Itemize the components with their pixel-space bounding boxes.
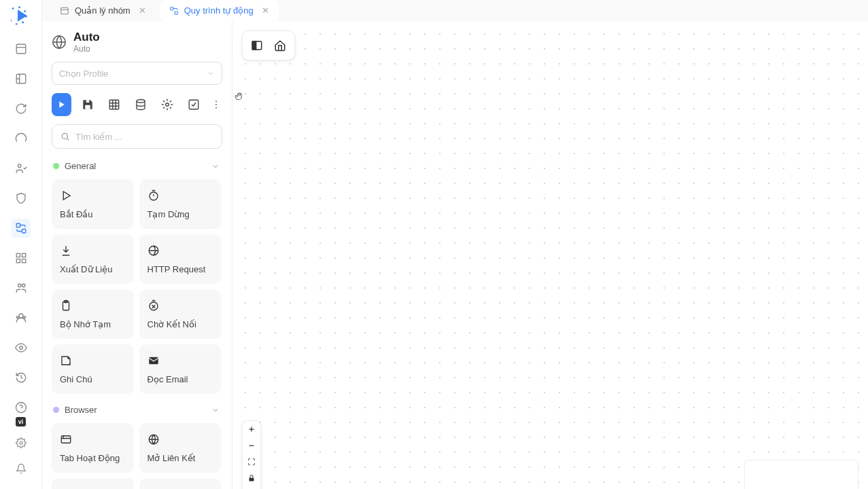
nav-item-sync[interactable] — [12, 99, 31, 118]
timer-x-icon — [147, 299, 161, 312]
clipboard-icon — [60, 299, 73, 312]
table-button[interactable] — [105, 93, 124, 116]
block-active-tab[interactable]: Tab Hoạt Động — [52, 423, 134, 473]
block-go-back[interactable]: Quay Lại — [139, 478, 222, 489]
toggle-panel-button[interactable] — [247, 35, 267, 56]
run-button[interactable] — [52, 93, 71, 116]
settings-icon[interactable] — [12, 433, 31, 452]
tab-automation[interactable]: Quy trình tự động ✕ — [160, 0, 279, 21]
block-label: Tab Hoạt Động — [60, 453, 126, 463]
nav-item-workspace[interactable] — [12, 39, 31, 58]
nav-rail: vi — [0, 0, 42, 489]
nav-item-help[interactable] — [12, 398, 31, 417]
search-box[interactable] — [52, 124, 222, 149]
svg-point-25 — [166, 103, 169, 107]
svg-point-3 — [18, 164, 21, 168]
minimap[interactable] — [744, 460, 858, 489]
fit-view-button[interactable] — [243, 454, 260, 470]
close-icon[interactable]: ✕ — [139, 5, 146, 16]
tab-label: Quy trình tự động — [184, 5, 254, 16]
nav-item-team[interactable] — [12, 159, 31, 178]
menu-icon[interactable] — [12, 485, 31, 489]
nav-item-members[interactable] — [12, 308, 31, 327]
block-export[interactable]: Xuất Dữ Liệu — [52, 234, 134, 284]
block-start[interactable]: Bắt Đầu — [52, 179, 134, 229]
panel-subtitle: Auto — [73, 44, 100, 54]
svg-point-10 — [18, 284, 21, 287]
block-label: HTTP Request — [147, 264, 213, 274]
category-header[interactable]: General — [52, 158, 221, 174]
svg-point-14 — [23, 316, 25, 319]
block-pause[interactable]: Tạm Dừng — [139, 179, 222, 229]
canvas-topbar — [242, 31, 295, 60]
settings-button[interactable] — [158, 93, 177, 116]
database-button[interactable] — [131, 93, 151, 116]
chevron-down-icon — [211, 406, 220, 414]
flow-canvas[interactable]: React Flow — [232, 21, 868, 489]
globe-icon — [147, 244, 161, 257]
svg-rect-5 — [22, 230, 25, 233]
block-email[interactable]: Đọc Email — [139, 344, 222, 394]
nav-item-history[interactable] — [12, 368, 31, 387]
nav-item-extension[interactable] — [12, 129, 31, 148]
block-label: Ghi Chú — [60, 374, 126, 384]
svg-rect-21 — [175, 12, 177, 14]
app-logo[interactable] — [9, 5, 33, 26]
category-dot — [53, 407, 59, 413]
category-header[interactable]: Browser — [52, 402, 221, 418]
download-icon — [60, 244, 73, 257]
close-icon[interactable]: ✕ — [262, 5, 269, 16]
search-input[interactable] — [75, 132, 213, 142]
lock-button[interactable] — [243, 470, 260, 486]
language-badge[interactable]: vi — [16, 417, 27, 427]
export-button[interactable] — [184, 93, 204, 116]
svg-rect-20 — [170, 7, 173, 10]
notification-icon[interactable] — [12, 459, 31, 478]
block-label: Tạm Dừng — [147, 209, 213, 219]
category-label: Browser — [65, 405, 97, 415]
nav-item-automation[interactable] — [12, 219, 31, 238]
block-label: Bộ Nhớ Tạm — [60, 319, 126, 329]
block-clipboard[interactable]: Bộ Nhớ Tạm — [52, 289, 134, 339]
tab-groups[interactable]: Quản lý nhóm ✕ — [50, 0, 156, 21]
nav-item-view[interactable] — [12, 338, 31, 357]
block-open-link[interactable]: Mở Liên Kết — [139, 423, 222, 473]
more-button[interactable] — [211, 99, 222, 110]
note-icon — [60, 354, 73, 367]
nav-item-apps[interactable] — [12, 249, 31, 268]
block-label: Bắt Đầu — [60, 209, 126, 219]
canvas-controls — [242, 420, 261, 489]
grab-cursor-icon — [234, 91, 245, 102]
nav-item-security[interactable] — [12, 189, 31, 208]
svg-rect-4 — [16, 223, 20, 227]
block-http[interactable]: HTTP Request — [139, 234, 222, 284]
svg-rect-26 — [190, 100, 199, 109]
profile-select[interactable]: Chọn Profile — [52, 62, 222, 85]
home-button[interactable] — [270, 35, 290, 56]
globe-icon — [52, 35, 67, 50]
block-note[interactable]: Ghi Chú — [52, 344, 134, 394]
zoom-out-button[interactable] — [243, 437, 260, 454]
svg-rect-40 — [252, 41, 256, 50]
save-button[interactable] — [78, 93, 98, 116]
svg-rect-9 — [22, 259, 25, 263]
zoom-in-button[interactable] — [243, 421, 260, 437]
nav-item-users[interactable] — [12, 278, 31, 297]
block-wait[interactable]: Chờ Kết Nối — [139, 289, 222, 339]
svg-rect-36 — [149, 357, 158, 365]
arrange-button[interactable] — [243, 486, 260, 489]
svg-point-27 — [215, 101, 217, 102]
block-label: Chờ Kết Nối — [147, 319, 213, 329]
chevron-down-icon — [207, 69, 215, 77]
svg-point-29 — [215, 107, 217, 109]
block-switch-tab[interactable]: Chuyển Tab — [52, 478, 134, 489]
flow-icon — [169, 6, 179, 16]
svg-point-24 — [137, 100, 145, 103]
panel-title: Auto — [73, 31, 100, 44]
blocks-list: General Bắt Đầu Tạm Dừng Xuất Dữ Liệu HT… — [52, 158, 222, 489]
category-general: General Bắt Đầu Tạm Dừng Xuất Dữ Liệu HT… — [52, 158, 221, 394]
profile-placeholder: Chọn Profile — [59, 69, 108, 79]
svg-point-16 — [16, 403, 26, 413]
svg-rect-37 — [61, 436, 71, 443]
nav-item-dashboard[interactable] — [12, 69, 31, 88]
